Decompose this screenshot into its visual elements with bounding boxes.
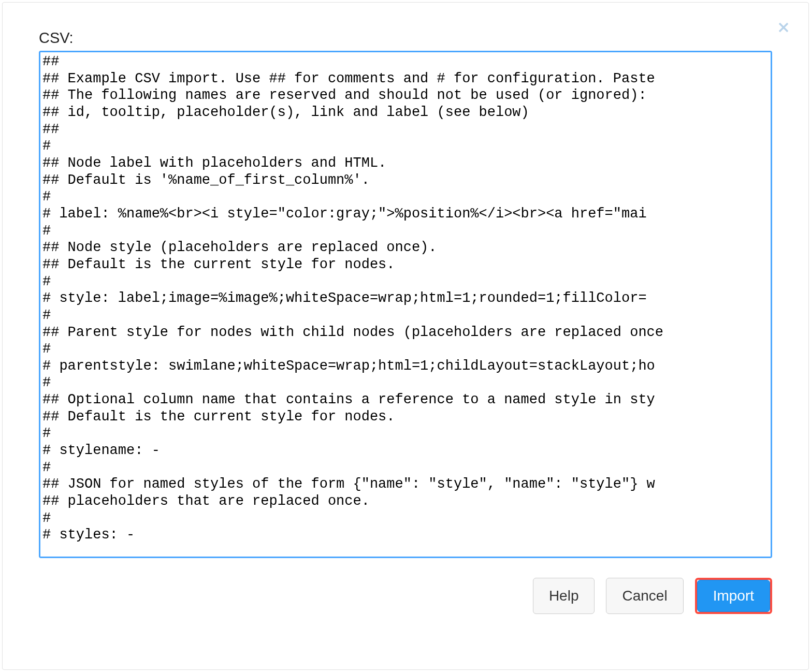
import-button-highlight: Import [695, 578, 772, 614]
close-icon[interactable] [773, 17, 794, 38]
dialog-outer: CSV: Help Cancel Import [2, 2, 809, 670]
help-button[interactable]: Help [533, 578, 595, 614]
csv-label: CSV: [39, 30, 772, 47]
csv-textarea-wrap [39, 51, 772, 558]
csv-textarea[interactable] [40, 52, 771, 557]
csv-import-dialog: CSV: Help Cancel Import [9, 9, 802, 640]
dialog-footer: Help Cancel Import [39, 578, 772, 614]
import-button[interactable]: Import [697, 580, 770, 612]
cancel-button[interactable]: Cancel [606, 578, 683, 614]
